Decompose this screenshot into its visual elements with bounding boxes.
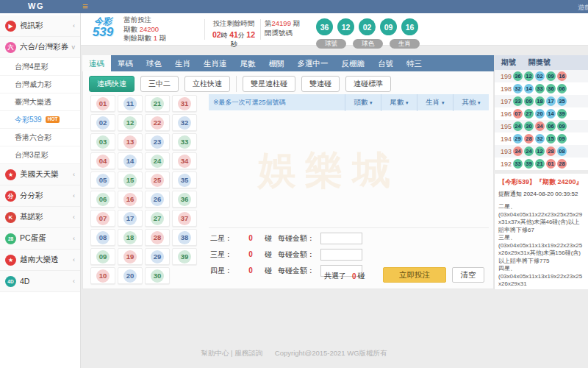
number-ball: 03 <box>96 135 110 149</box>
draw-balls: 3612020916 <box>316 18 418 35</box>
sidebar-item-視訊彩[interactable]: ▶視訊彩‹ <box>0 15 80 37</box>
tab-生肖[interactable]: 生肖 <box>168 55 197 71</box>
number-cell-06[interactable]: 06 <box>90 191 115 208</box>
number-cell-15[interactable]: 15 <box>118 171 143 188</box>
number-cell-37[interactable]: 37 <box>172 210 197 227</box>
number-cell-20[interactable]: 20 <box>118 267 143 284</box>
number-cell-27[interactable]: 27 <box>145 210 170 227</box>
number-cell-01[interactable]: 01 <box>90 95 115 112</box>
result-period: 199 <box>495 73 513 80</box>
tab-單碼[interactable]: 單碼 <box>111 55 140 71</box>
number-cell-25[interactable]: 25 <box>145 171 170 188</box>
subtab-立柱快速[interactable]: 立柱快速 <box>184 76 230 92</box>
filter-頭數[interactable]: 頭數 ▾ <box>345 94 381 111</box>
sidebar-item-分分彩[interactable]: 分分分彩‹ <box>0 185 80 207</box>
subtab-雙連碰[interactable]: 雙連碰 <box>301 76 340 92</box>
sidebar-item-六合/台灣彩券[interactable]: 六六合/台灣彩券v <box>0 37 80 58</box>
subtab-連碼快速[interactable]: 連碼快速 <box>89 76 135 92</box>
number-cell-08[interactable]: 08 <box>90 229 115 246</box>
sidebar-item-基諾彩[interactable]: K基諾彩‹ <box>0 207 80 228</box>
chevron-icon: v <box>70 43 76 51</box>
number-cell-34[interactable]: 34 <box>172 152 197 169</box>
sidebar-item-越南大樂透[interactable]: ★越南大樂透‹ <box>0 250 80 271</box>
filter-尾數[interactable]: 尾數 ▾ <box>381 94 417 111</box>
tab-特三[interactable]: 特三 <box>400 55 429 71</box>
tab-反棚膽[interactable]: 反棚膽 <box>335 55 372 71</box>
number-cell-11[interactable]: 11 <box>118 95 143 112</box>
result-ball: 08 <box>557 146 567 156</box>
draw-toggle-球號[interactable]: 球號 <box>316 39 346 49</box>
tab-尾數[interactable]: 尾數 <box>234 55 262 71</box>
number-cell-17[interactable]: 17 <box>118 210 143 227</box>
subtab-雙星連柱碰[interactable]: 雙星連柱碰 <box>243 76 295 92</box>
amount-input[interactable] <box>320 233 362 244</box>
number-cell-29[interactable]: 29 <box>145 248 170 265</box>
draw-toggle-球色[interactable]: 球色 <box>353 39 383 49</box>
tab-棚關[interactable]: 棚關 <box>262 55 291 71</box>
number-cell-02[interactable]: 02 <box>90 114 115 131</box>
hamburger-menu-icon[interactable]: ≡ <box>82 1 88 12</box>
number-cell-12[interactable]: 12 <box>118 114 143 131</box>
number-cell-09[interactable]: 09 <box>90 248 115 265</box>
tab-球色[interactable]: 球色 <box>140 55 168 71</box>
number-ball: 27 <box>151 212 164 225</box>
corner-link[interactable]: 遊戲 <box>578 3 588 13</box>
number-cell-14[interactable]: 14 <box>118 152 143 169</box>
number-cell-18[interactable]: 18 <box>118 229 143 246</box>
sidebar-subitem-今彩539[interactable]: 今彩539HOT <box>0 111 80 129</box>
number-cell-04[interactable]: 04 <box>90 152 115 169</box>
sidebar-item-美國天天樂[interactable]: ★美國天天樂‹ <box>0 164 80 185</box>
number-cell-19[interactable]: 19 <box>118 248 143 265</box>
sidebar-subitem-台灣4星彩[interactable]: 台灣4星彩 <box>0 58 80 76</box>
result-ball: 28 <box>557 159 567 169</box>
footer-links[interactable]: 幫助中心 | 服務諮詢 <box>201 349 262 357</box>
number-cell-23[interactable]: 23 <box>145 133 170 150</box>
sidebar-subitem-臺灣大樂透[interactable]: 臺灣大樂透 <box>0 93 80 111</box>
tab-連碼[interactable]: 連碼 <box>82 55 111 71</box>
number-ball: 13 <box>123 135 137 149</box>
tab-多選中一[interactable]: 多選中一 <box>291 55 335 71</box>
amount-input[interactable] <box>320 249 362 261</box>
number-cell-22[interactable]: 22 <box>145 114 170 131</box>
bet-count: 0 <box>237 234 265 242</box>
number-cell-28[interactable]: 28 <box>145 229 170 246</box>
number-cell-33[interactable]: 33 <box>172 133 197 150</box>
sidebar-item-4D[interactable]: 4D4D‹ <box>0 271 80 292</box>
number-cell-16[interactable]: 16 <box>118 191 143 208</box>
number-cell-38[interactable]: 38 <box>172 229 197 246</box>
draw-ball: 02 <box>359 18 376 35</box>
subtab-三中二[interactable]: 三中二 <box>140 76 179 92</box>
number-cell-35[interactable]: 35 <box>172 171 197 188</box>
number-cell-07[interactable]: 07 <box>90 210 115 227</box>
number-cell-30[interactable]: 30 <box>145 267 170 284</box>
subtab-連碰標準[interactable]: 連碰標準 <box>345 76 391 92</box>
number-cell-05[interactable]: 05 <box>90 171 115 188</box>
sidebar-subitem-台灣3星彩[interactable]: 台灣3星彩 <box>0 146 80 164</box>
number-cell-03[interactable]: 03 <box>90 133 115 150</box>
results-header: 期號 開獎號 <box>495 55 588 70</box>
number-cell-10[interactable]: 10 <box>90 267 115 284</box>
number-cell-31[interactable]: 31 <box>172 95 197 112</box>
draw-toggle-生肖[interactable]: 生肖 <box>390 39 420 49</box>
bet-unit: 碰 <box>265 266 278 276</box>
number-cell-36[interactable]: 36 <box>172 191 197 208</box>
bet-row-label: 三星： <box>210 250 237 260</box>
filter-其他[interactable]: 其他 ▾ <box>453 94 489 111</box>
sidebar-item-PC蛋蛋[interactable]: 28PC蛋蛋‹ <box>0 228 80 250</box>
number-cell-24[interactable]: 24 <box>145 152 170 169</box>
filter-生肖[interactable]: 生肖 ▾ <box>417 94 453 111</box>
clear-button[interactable]: 清空 <box>452 267 484 283</box>
bet-count: 0 <box>237 266 265 275</box>
number-cell-39[interactable]: 39 <box>172 248 197 265</box>
4d-icon: 4D <box>5 276 16 287</box>
submit-bet-button[interactable]: 立即投注 <box>383 267 446 283</box>
number-cell-26[interactable]: 26 <box>145 191 170 208</box>
tab-生肖連[interactable]: 生肖連 <box>197 55 234 71</box>
number-cell-13[interactable]: 13 <box>118 133 143 150</box>
sidebar-subitem-台灣威力彩[interactable]: 台灣威力彩 <box>0 76 80 93</box>
tab-台號[interactable]: 台號 <box>371 55 400 71</box>
number-cell-32[interactable]: 32 <box>172 114 197 131</box>
result-ball: 33 <box>513 159 523 169</box>
sidebar-subitem-香港六合彩[interactable]: 香港六合彩 <box>0 129 80 146</box>
number-cell-21[interactable]: 21 <box>145 95 170 112</box>
